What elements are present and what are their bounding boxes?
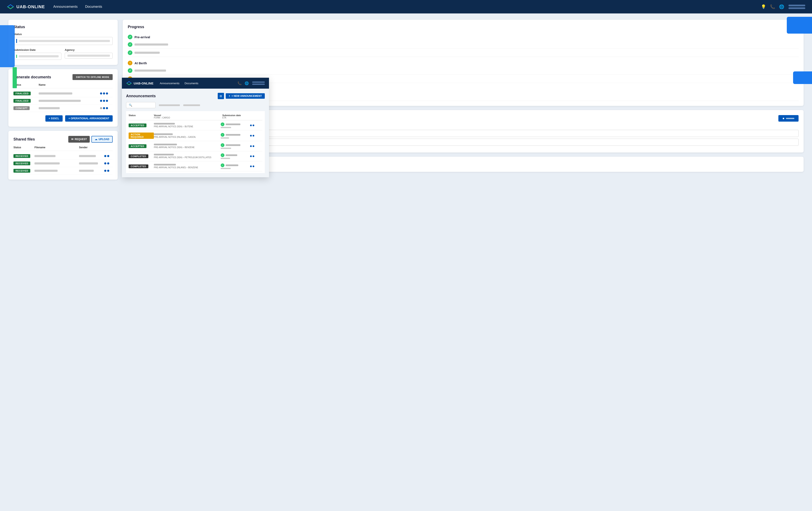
ann-dots-4 — [250, 155, 261, 157]
file-dot-1-1[interactable] — [104, 155, 106, 157]
file-col-status-header: Status — [13, 146, 34, 149]
ann-grid-view-btn[interactable]: ⊞ — [218, 93, 224, 99]
ann-actions-3 — [250, 145, 261, 147]
ann-vessel-sub-5: PRE-ARRIVAL NOTICE (INLAND) – BENZENE — [154, 166, 221, 169]
upload-btn[interactable]: ☁ UPLOAD — [91, 136, 113, 143]
switch-to-offline-btn[interactable]: SWITCH TO OFFLINE MODE — [72, 74, 113, 80]
file-actions-1 — [104, 155, 113, 157]
file-dots-1 — [104, 155, 113, 157]
light-bulb-icon[interactable]: 💡 — [761, 4, 766, 9]
shared-files-card: Shared files ✉ REQUEST ☁ UPLOAD Status F… — [8, 131, 118, 180]
ann-search-row: 🔍 — [126, 102, 265, 108]
ann-dot-4-2[interactable] — [253, 155, 254, 157]
file-dot-3-1[interactable] — [104, 170, 106, 172]
ann-filter-bar-1 — [159, 104, 180, 106]
ann-dot-1-2[interactable] — [253, 124, 254, 126]
ann-vessel-1: PRE-ARRIVAL NOTICE (SEA) – BUTENE — [154, 123, 221, 128]
ann-date-4: ✓ — [221, 153, 250, 159]
ann-link-documents[interactable]: Documents — [184, 82, 198, 85]
dot-3-3[interactable] — [106, 107, 108, 109]
ann-date-sub-5 — [221, 168, 231, 169]
dot-1-3[interactable] — [106, 92, 108, 94]
ann-vessel-sub-2: PRE-ARRIVAL NOTICE (INLAND) – GASOIL — [154, 136, 221, 138]
ann-filter-bar-2 — [183, 104, 200, 106]
request-icon: ✉ — [71, 138, 73, 141]
file-dot-3-2[interactable] — [107, 170, 109, 172]
dot-2-2[interactable] — [103, 100, 105, 102]
submission-date-group: Submission Date — [13, 48, 61, 60]
btn-ssscl[interactable]: + SSSCL — [46, 115, 63, 122]
ann-dot-2-1[interactable] — [250, 135, 252, 137]
ann-dot-4-1[interactable] — [250, 155, 252, 157]
ann-link-announcements[interactable]: Announcements — [160, 82, 179, 85]
ann-table-row: ACCEPTED PRE-ARRIVAL NOTICE (SEA) – BENZ… — [128, 141, 262, 151]
doc-name-1 — [39, 92, 100, 94]
logo-text: UAB-ONLINE — [17, 4, 45, 9]
file-dot-1-2[interactable] — [107, 155, 109, 157]
ann-phone-icon[interactable]: 📞 — [237, 81, 242, 85]
dot-2-3[interactable] — [106, 100, 108, 102]
ann-vessel-name-bar-1 — [154, 123, 175, 124]
request-btn[interactable]: ✉ REQUEST — [68, 136, 90, 143]
new-announcement-btn[interactable]: + + NEW ANNOUNCEMENT — [226, 93, 265, 99]
navbar-link-announcements[interactable]: Announcements — [53, 5, 78, 9]
ann-th-vessel: Vessel FORM – CARGO — [154, 114, 222, 119]
check-sm-1: ✓ — [129, 43, 131, 46]
ann-th-vessel-sub: FORM – CARGO — [154, 117, 222, 119]
feedback-btn-icon: ■ — [783, 117, 784, 120]
file-sender-bar-1 — [79, 155, 96, 157]
ann-date-row-2: ✓ — [221, 133, 250, 137]
status-input[interactable] — [13, 37, 113, 45]
ann-search-box[interactable]: 🔍 — [126, 102, 155, 108]
ann-date-1: ✓ — [221, 122, 250, 128]
dot-3-1[interactable] — [100, 107, 102, 109]
file-col-filename-header: Filename — [34, 146, 79, 149]
ann-dot-1-1[interactable] — [250, 124, 252, 126]
progress-icon-2: ✓ — [128, 51, 133, 55]
status-card-title: Status — [13, 25, 113, 29]
agency-input[interactable] — [65, 53, 113, 59]
ann-badge-4: COMPLETED — [128, 154, 148, 158]
ann-dot-3-1[interactable] — [250, 145, 252, 147]
file-dot-2-2[interactable] — [107, 162, 109, 164]
ann-date-bar-2 — [226, 134, 240, 136]
file-row: RECEIVED — [13, 160, 113, 167]
ann-dot-5-1[interactable] — [250, 166, 252, 167]
doc-badge-2: FINALIZED — [13, 99, 31, 103]
dot-3-2[interactable] — [103, 107, 105, 109]
doc-dots-3 — [100, 107, 113, 109]
dot-1-2[interactable] — [103, 92, 105, 94]
dot-1-1[interactable] — [100, 92, 102, 94]
agency-group: Agency — [65, 48, 113, 60]
exclaim-icon-1: ! — [130, 62, 130, 64]
navbar-link-documents[interactable]: Documents — [85, 5, 102, 9]
feedback-btn[interactable]: ■ — [778, 115, 799, 122]
pre-arrival-header: ✓ Pre-arrival — [128, 33, 799, 40]
ann-actions-4 — [250, 155, 261, 157]
ann-dot-5-2[interactable] — [253, 166, 254, 167]
date-placeholder — [19, 55, 59, 57]
shared-btns: ✉ REQUEST ☁ UPLOAD — [68, 136, 113, 143]
ann-dot-3-2[interactable] — [253, 145, 254, 147]
doc-table-header: Status Name — [13, 83, 113, 88]
globe-icon[interactable]: 🌐 — [779, 4, 784, 9]
file-name-2 — [34, 162, 79, 164]
ann-links: Announcements Documents — [160, 82, 237, 85]
ann-date-row-3: ✓ — [221, 143, 250, 147]
submission-date-input[interactable] — [13, 53, 61, 60]
at-berth-title: At Berth — [135, 61, 147, 65]
file-sender-bar-3 — [79, 170, 94, 172]
progress-item-2: ✓ — [128, 49, 799, 57]
ann-globe-icon[interactable]: 🌐 — [244, 81, 249, 85]
phone-icon[interactable]: 📞 — [770, 4, 775, 9]
ann-dot-2-2[interactable] — [253, 135, 254, 137]
file-sender-3 — [79, 170, 104, 172]
doc-actions-1 — [100, 92, 113, 94]
file-dot-2-1[interactable] — [104, 162, 106, 164]
upload-icon: ☁ — [95, 138, 97, 141]
dot-2-1[interactable] — [100, 100, 102, 102]
btn-operational[interactable]: + OPERATIONAL ARRANGEMENT — [65, 115, 113, 122]
left-column: Status Status Submission Date Agency — [8, 20, 118, 180]
request-label: REQUEST — [75, 138, 87, 141]
upload-label: UPLOAD — [98, 138, 109, 141]
